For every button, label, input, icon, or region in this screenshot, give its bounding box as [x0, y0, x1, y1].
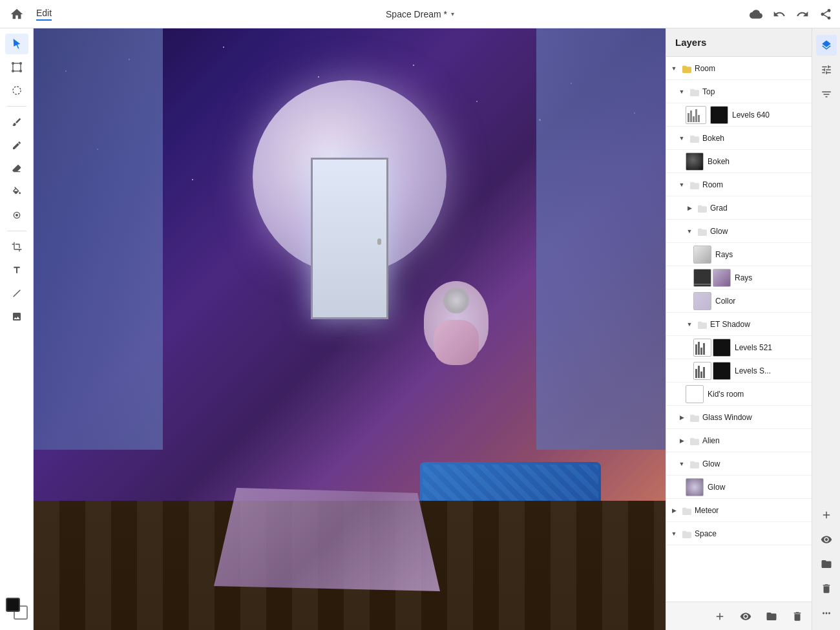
folder-action-btn[interactable] — [762, 607, 781, 625]
sep1 — [7, 106, 26, 107]
folder-icon-space — [679, 526, 695, 541]
fill-tool[interactable] — [5, 182, 28, 202]
toggle-room[interactable]: ▼ — [669, 63, 679, 74]
folder-icon-meteor — [679, 503, 695, 518]
redo-icon[interactable] — [796, 8, 809, 21]
transform-tool[interactable] — [5, 57, 28, 78]
svg-point-5 — [13, 87, 21, 94]
line-tool[interactable] — [5, 283, 28, 304]
right-side-icons — [812, 28, 840, 630]
thumb-glow2 — [686, 478, 704, 496]
thumb-levels521-bars — [693, 339, 711, 357]
toggle-grad[interactable]: ▶ — [684, 203, 695, 213]
folder-right-btn[interactable] — [816, 554, 837, 574]
color-swatches — [1, 587, 33, 625]
folder-icon-room2 — [687, 177, 702, 193]
folder-icon-room — [679, 61, 695, 76]
eraser-tool[interactable] — [5, 158, 28, 179]
svg-point-6 — [16, 214, 18, 216]
clone-tool[interactable] — [5, 205, 28, 226]
thumb-levels640-black — [710, 106, 728, 124]
doc-title[interactable]: Space Dream * ▾ — [386, 9, 454, 19]
door-element — [311, 158, 388, 319]
thumb-levelss-black — [713, 362, 731, 380]
folder-icon-glasswindow — [687, 410, 702, 425]
select-tool[interactable] — [5, 34, 28, 54]
svg-rect-0 — [13, 63, 21, 71]
thumb-rays1 — [693, 246, 711, 264]
add-layer-btn[interactable] — [711, 607, 729, 625]
folder-icon-top — [687, 84, 702, 100]
fg-color-swatch[interactable] — [6, 598, 20, 612]
cloud-icon[interactable] — [750, 8, 762, 21]
thumb-collor — [693, 292, 711, 310]
eye-right-btn[interactable] — [816, 529, 837, 550]
lasso-tool[interactable] — [5, 80, 28, 101]
wall-right — [536, 28, 666, 450]
delete-action-btn[interactable] — [788, 607, 806, 625]
edit-tab[interactable]: Edit — [36, 8, 52, 21]
folder-icon-bokeh — [687, 131, 702, 146]
toggle-glasswindow[interactable]: ▶ — [677, 412, 687, 423]
sep2 — [7, 231, 26, 231]
canvas-area[interactable] — [34, 28, 666, 630]
wall-left — [34, 28, 163, 450]
topbar: Edit Space Dream * ▾ — [0, 0, 840, 28]
filters-panel-btn[interactable] — [816, 84, 837, 105]
adjustments-panel-btn[interactable] — [816, 59, 837, 80]
toggle-room2[interactable]: ▼ — [677, 180, 687, 190]
toggle-space[interactable]: ▼ — [669, 529, 679, 539]
left-toolbar — [0, 28, 34, 630]
thumb-bokeh — [686, 152, 704, 171]
toggle-glow[interactable]: ▼ — [684, 226, 695, 236]
undo-icon[interactable] — [773, 8, 786, 21]
add-right-btn[interactable] — [816, 505, 837, 525]
folder-icon-glow2 — [687, 456, 702, 472]
thumb-levels640 — [686, 106, 706, 124]
text-tool[interactable] — [5, 260, 28, 280]
toggle-bokeh[interactable]: ▼ — [677, 133, 687, 143]
svg-line-8 — [13, 290, 20, 297]
toggle-etshadow[interactable]: ▼ — [684, 319, 695, 330]
thumb-kidsroom — [686, 385, 704, 403]
more-right-btn[interactable] — [816, 603, 837, 624]
folder-icon-grad — [695, 200, 710, 216]
layers-panel-btn[interactable] — [816, 35, 837, 56]
image-tool[interactable] — [5, 306, 28, 327]
main-area: Layers 👁 ▼ Room ▼ — [0, 28, 840, 630]
thumb-levelss-bars — [693, 362, 711, 380]
delete-right-btn[interactable] — [816, 578, 837, 599]
canvas-content — [34, 28, 666, 630]
folder-icon-glow — [695, 224, 710, 239]
brush-tool[interactable] — [5, 112, 28, 132]
share-icon[interactable] — [819, 8, 832, 21]
layers-title: Layers — [675, 37, 706, 48]
folder-icon-etshadow — [695, 317, 710, 332]
thumb-levels521-black — [713, 339, 731, 357]
rug-element — [214, 488, 440, 591]
topbar-right-icons — [750, 8, 832, 21]
toggle-top[interactable]: ▼ — [677, 87, 687, 97]
eye-action-btn[interactable] — [737, 607, 755, 625]
toggle-alien[interactable]: ▶ — [677, 436, 687, 446]
crop-tool[interactable] — [5, 236, 28, 257]
thumb-rays2-dark — [693, 269, 711, 287]
astronaut-element — [424, 281, 488, 359]
pencil-tool[interactable] — [5, 135, 28, 156]
home-icon[interactable] — [8, 5, 26, 23]
folder-icon-alien — [687, 433, 702, 448]
thumb-rays2-light — [713, 269, 731, 287]
toggle-glow2[interactable]: ▼ — [677, 459, 687, 469]
toggle-meteor[interactable]: ▶ — [669, 505, 679, 516]
